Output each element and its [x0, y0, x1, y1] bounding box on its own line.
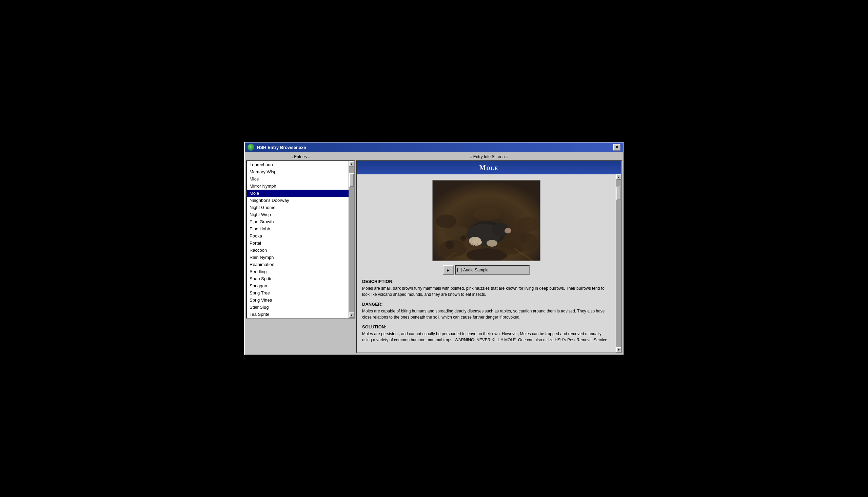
solution-header: SOLUTION:	[362, 324, 610, 329]
list-item[interactable]: Tea Sprite	[247, 311, 349, 318]
entry-title: Mole	[357, 161, 621, 174]
list-item[interactable]: Soap Sprite	[247, 275, 349, 282]
audio-label-container: Audio Sample	[455, 265, 530, 275]
list-item-selected[interactable]: Mole	[247, 190, 349, 197]
scroll-thumb[interactable]	[349, 173, 354, 187]
list-item[interactable]: Sprig Vines	[247, 297, 349, 304]
title-bar-left: HSH Entry Browser.exe	[248, 144, 306, 151]
right-scroll-down-button[interactable]: ▼	[616, 347, 621, 353]
danger-header: DANGER:	[362, 302, 610, 307]
description-text: Moles are small, dark brown furry mammal…	[362, 285, 610, 298]
list-item[interactable]: Seedling	[247, 268, 349, 275]
window-title: HSH Entry Browser.exe	[257, 145, 306, 150]
entry-image-container	[362, 180, 610, 261]
danger-text: Moles are capable of biting humans and s…	[362, 308, 610, 320]
list-item[interactable]: Pipe Growth	[247, 218, 349, 225]
entry-content: ▶ Audio Sample DESCRIPTION: Moles are sm…	[357, 174, 616, 353]
list-item[interactable]: Sprig Tree	[247, 289, 349, 297]
list-item[interactable]: Pooka	[247, 232, 349, 240]
entries-panel: Leprechaun Memory Wisp Mice Mirror Nymph…	[246, 160, 355, 318]
right-scroll-up-button[interactable]: ▲	[616, 174, 621, 180]
right-scrollbar: ▲ ▼	[616, 174, 621, 353]
description-header: DESCRIPTION:	[362, 279, 610, 284]
list-item[interactable]: Portal	[247, 240, 349, 247]
right-scroll-track[interactable]	[616, 180, 621, 347]
solution-text: Moles are persistent, and cannot usually…	[362, 331, 610, 343]
app-icon	[248, 144, 254, 151]
list-item[interactable]: Memory Wisp	[247, 168, 349, 175]
list-container: Leprechaun Memory Wisp Mice Mirror Nymph…	[247, 161, 354, 318]
entries-list: Leprechaun Memory Wisp Mice Mirror Nymph…	[247, 161, 349, 318]
list-item[interactable]: Night Gnome	[247, 204, 349, 211]
list-item[interactable]: Night Wisp	[247, 211, 349, 218]
entries-panel-header: :: Entries ::	[246, 153, 355, 160]
list-scrollbar: ▲ ▼	[349, 161, 354, 318]
main-window: HSH Entry Browser.exe ✕ :: Entries :: Le…	[244, 142, 624, 355]
list-item[interactable]: Neighbor's Doorway	[247, 197, 349, 204]
entry-image	[432, 180, 541, 261]
main-area: :: Entries :: Leprechaun Memory Wisp Mic…	[245, 152, 623, 355]
scroll-down-button[interactable]: ▼	[349, 312, 354, 318]
list-item[interactable]: Raccoon	[247, 247, 349, 254]
scroll-track[interactable]	[349, 167, 354, 312]
list-item[interactable]: Stair Slug	[247, 304, 349, 311]
entry-info-panel-header: :: Entry Info Screen ::	[356, 153, 622, 160]
entry-info-panel: Mole	[356, 160, 622, 353]
scroll-up-button[interactable]: ▲	[349, 161, 354, 167]
svg-rect-27	[433, 181, 541, 261]
audio-bar: ▶ Audio Sample	[362, 265, 610, 275]
list-item[interactable]: Spriggan	[247, 282, 349, 289]
list-item[interactable]: Pipe Hobb	[247, 225, 349, 232]
list-item[interactable]: Reanimation	[247, 261, 349, 268]
list-item[interactable]: Mice	[247, 175, 349, 183]
right-scroll-thumb[interactable]	[616, 187, 621, 200]
title-bar: HSH Entry Browser.exe ✕	[245, 142, 623, 152]
audio-checkbox[interactable]	[457, 268, 462, 272]
audio-sample-label: Audio Sample	[463, 268, 489, 272]
close-button[interactable]: ✕	[613, 144, 620, 151]
play-button[interactable]: ▶	[443, 265, 454, 275]
list-item[interactable]: Leprechaun	[247, 161, 349, 168]
list-item[interactable]: Rain Nymph	[247, 254, 349, 261]
list-item[interactable]: Mirror Nymph	[247, 183, 349, 190]
